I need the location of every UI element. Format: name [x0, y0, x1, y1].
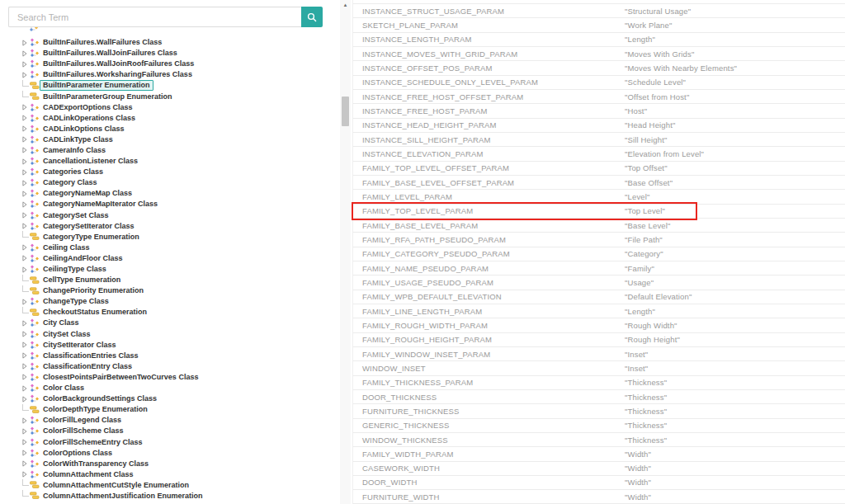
expander-icon[interactable]	[22, 266, 30, 273]
expander-icon[interactable]	[22, 147, 30, 153]
enum-icon	[30, 233, 40, 241]
expander-icon[interactable]	[22, 72, 30, 78]
param-name: FAMILY_WINDOW_INSET_PARAM	[353, 350, 625, 359]
tree-item-camerainfo-class[interactable]: CameraInfo Class	[0, 145, 340, 156]
expander-icon[interactable]	[22, 180, 30, 186]
tree-item-cadlinkoperations-class[interactable]: CADLinkOperations Class	[0, 113, 340, 124]
scroll-up-arrow[interactable]: ▲	[340, 2, 351, 8]
search-input[interactable]	[8, 7, 301, 27]
tree-item-cadlinktype-class[interactable]: CADLinkType Class	[0, 134, 340, 145]
tree-item-color-class[interactable]: Color Class	[0, 383, 340, 393]
expander-icon[interactable]	[22, 428, 30, 435]
table-row: INSTANCE_STRUCT_USAGE_PARAM"Structural U…	[353, 4, 845, 18]
tree-item-builtinfailures-walljoinrooffailures-class[interactable]: BuiltInFailures.WallJoinRoofFailures Cla…	[0, 59, 340, 69]
expander-icon[interactable]	[22, 191, 30, 197]
tree-item-citysetiterator-class[interactable]: CitySetIterator Class	[0, 340, 340, 351]
class-icon	[30, 416, 40, 425]
tree-item-categorysetiterator-class[interactable]: CategorySetIterator Class	[0, 221, 340, 232]
expander-icon[interactable]	[22, 125, 30, 132]
expander-icon[interactable]	[22, 363, 30, 370]
expander-icon[interactable]	[22, 374, 30, 380]
expander-icon[interactable]	[22, 136, 30, 143]
table-row: GENERIC_THICKNESS"Thickness"	[353, 419, 845, 433]
tree-item-colorbackgroundsettings-class[interactable]: ColorBackgroundSettings Class	[0, 393, 340, 404]
tree-item-cadexportoptions-class[interactable]: CADExportOptions Class	[0, 102, 340, 113]
enum-icon	[30, 492, 40, 500]
tree-item-builtinfailures-wallfailures-class[interactable]: BuiltInFailures.WallFailures Class	[0, 37, 340, 48]
expander-icon[interactable]	[22, 331, 30, 337]
expander-icon[interactable]	[22, 61, 30, 68]
tree-item-categorynamemapiterator-class[interactable]: CategoryNameMapIterator Class	[0, 199, 340, 210]
expander-icon[interactable]	[22, 104, 30, 111]
tree-item-categorytype-enumeration[interactable]: CategoryType Enumeration	[0, 232, 340, 243]
tree-item-colorwithtransparency-class[interactable]: ColorWithTransparency Class	[0, 459, 340, 469]
expander-icon[interactable]	[22, 396, 30, 403]
param-value: "Length"	[625, 35, 845, 44]
expander-icon[interactable]	[22, 320, 30, 327]
tree-item-closestpointspairbetweentwocurves-class[interactable]: ClosestPointsPairBetweenTwoCurves Class	[0, 372, 340, 383]
tree-item-classificationentries-class[interactable]: ClassificationEntries Class	[0, 351, 340, 361]
expander-icon[interactable]	[22, 40, 30, 46]
tree-item-label: Color Class	[43, 384, 84, 393]
tree-item-coloroptions-class[interactable]: ColorOptions Class	[0, 448, 340, 459]
tree-item-colordepthtype-enumeration[interactable]: ColorDepthType Enumeration	[0, 404, 340, 415]
tree-item-checkoutstatus-enumeration[interactable]: CheckoutStatus Enumeration	[0, 307, 340, 318]
class-icon	[30, 394, 40, 403]
expander-icon[interactable]	[22, 471, 30, 478]
tree-item-city-class[interactable]: City Class	[0, 318, 340, 328]
tree-item-categorynamemap-class[interactable]: CategoryNameMap Class	[0, 188, 340, 199]
tree-item-cadlinkoptions-class[interactable]: CADLinkOptions Class	[0, 124, 340, 134]
expander-icon[interactable]	[22, 115, 30, 121]
tree-item-changetype-class[interactable]: ChangeType Class	[0, 296, 340, 307]
tree-item-cityset-class[interactable]: CitySet Class	[0, 329, 340, 340]
tree-item-colorfillscheme-class[interactable]: ColorFillScheme Class	[0, 426, 340, 436]
tree-item-colorfilllegend-class[interactable]: ColorFillLegend Class	[0, 415, 340, 426]
tree-item-builtinfailures-worksharingfailures-class[interactable]: BuiltInFailures.WorksharingFailures Clas…	[0, 69, 340, 80]
tree-item-columnattachmentjustification-enumeration[interactable]: ColumnAttachmentJustification Enumeratio…	[0, 491, 340, 502]
search-button[interactable]	[301, 7, 323, 27]
tree-item-columnattachmentcutstyle-enumeration[interactable]: ColumnAttachmentCutStyle Enumeration	[0, 480, 340, 491]
tree-item-categoryset-class[interactable]: CategorySet Class	[0, 210, 340, 221]
tree-item-columnattachment-class[interactable]: ColumnAttachment Class	[0, 469, 340, 480]
expander-icon[interactable]	[22, 299, 30, 305]
tree-item-category-class[interactable]: Category Class	[0, 177, 340, 188]
expander-icon[interactable]	[22, 169, 30, 176]
tree-item-ceilingtype-class[interactable]: CeilingType Class	[0, 264, 340, 275]
tree-item-builtinparametergroup-enumeration[interactable]: BuiltInParameterGroup Enumeration	[0, 91, 340, 101]
expander-icon[interactable]	[22, 439, 30, 445]
tree-item-label: BuiltInFailures.WallJoinRoofFailures Cla…	[43, 59, 194, 68]
tree-item-celltype-enumeration[interactable]: CellType Enumeration	[0, 275, 340, 285]
expander-icon[interactable]	[22, 460, 30, 467]
tree-item-colorfillschemeentry-class[interactable]: ColorFillSchemeEntry Class	[0, 436, 340, 447]
param-name: WINDOW_THICKNESS	[353, 436, 625, 445]
tree-connector-icon	[22, 275, 29, 281]
tree-item-ceilingandfloor-class[interactable]: CeilingAndFloor Class	[0, 253, 340, 264]
expander-icon[interactable]	[22, 417, 30, 424]
sidebar: BuiltInFailures.WallFailures ClassBuiltI…	[0, 0, 340, 504]
tree-item-builtinfailures-walljoinfailures-class[interactable]: BuiltInFailures.WallJoinFailures Class	[0, 48, 340, 59]
class-icon	[30, 49, 40, 58]
expander-icon[interactable]	[22, 385, 30, 392]
expander-icon[interactable]	[22, 341, 30, 348]
expander-icon[interactable]	[22, 352, 30, 359]
expander-icon[interactable]	[22, 223, 30, 229]
tree-item-categories-class[interactable]: Categories Class	[0, 167, 340, 177]
tree-item-classificationentry-class[interactable]: ClassificationEntry Class	[0, 361, 340, 372]
scrollbar-thumb[interactable]	[342, 97, 349, 126]
expander-icon[interactable]	[22, 244, 30, 251]
expander-icon[interactable]	[22, 255, 30, 261]
tree-item-label: BuiltInFailures.WorksharingFailures Clas…	[43, 70, 192, 79]
sidebar-scrollbar[interactable]: ▲	[340, 0, 351, 504]
tree-item-cancellationlistener-class[interactable]: CancellationListener Class	[0, 156, 340, 167]
expander-icon[interactable]	[22, 158, 30, 165]
class-icon	[30, 426, 40, 436]
tree-item-changepriority-enumeration[interactable]: ChangePriority Enumeration	[0, 285, 340, 296]
expander-icon[interactable]	[22, 201, 30, 208]
table-row: INSTANCE_SILL_HEIGHT_PARAM"Sill Height"	[353, 133, 845, 147]
tree-item-label: ColorFillScheme Class	[43, 426, 124, 436]
expander-icon[interactable]	[22, 212, 30, 219]
expander-icon[interactable]	[22, 450, 30, 456]
expander-icon[interactable]	[22, 50, 30, 57]
tree-item-builtinparameter-enumeration[interactable]: BuiltInParameter Enumeration	[0, 80, 340, 91]
tree-item-ceiling-class[interactable]: Ceiling Class	[0, 243, 340, 253]
